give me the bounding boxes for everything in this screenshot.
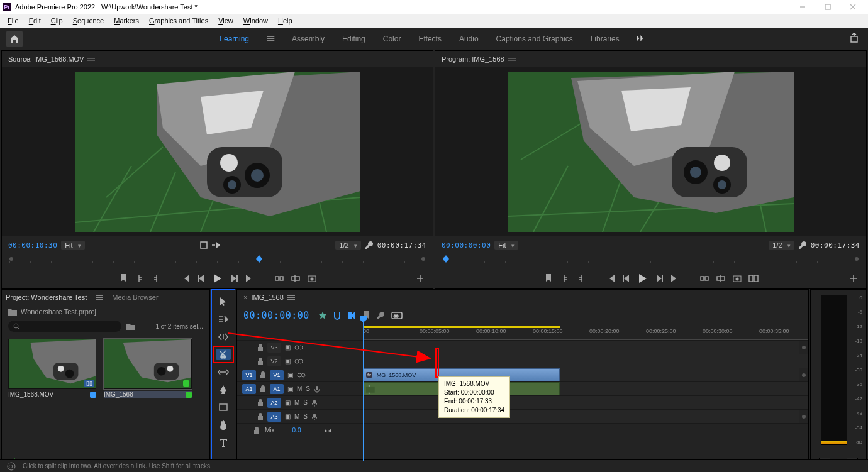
workspace-editing[interactable]: Editing <box>342 35 365 43</box>
toggle-output-icon[interactable]: ▣ <box>285 344 291 351</box>
workspace-learning-menu-icon[interactable] <box>267 36 274 41</box>
ripple-edit-tool[interactable] <box>216 331 231 343</box>
scrubber-handle-right[interactable] <box>421 257 425 261</box>
go-to-out-icon[interactable] <box>245 273 255 283</box>
toggle-output-icon[interactable]: ▣ <box>285 399 291 406</box>
nest-toggle-icon[interactable] <box>318 311 327 320</box>
lock-icon[interactable] <box>260 385 266 393</box>
track-label[interactable]: V3 <box>267 343 281 353</box>
program-playhead[interactable] <box>443 252 449 259</box>
toggle-output-icon[interactable]: ▣ <box>285 358 291 365</box>
project-item-clip[interactable]: ▯▯ IMG_1568.MOV <box>8 339 96 449</box>
play-button[interactable] <box>638 273 648 283</box>
toggle-output-icon[interactable]: ▣ <box>287 385 293 392</box>
menu-window[interactable]: Window <box>238 16 273 26</box>
solo-button[interactable]: S <box>303 399 308 406</box>
project-item-sequence[interactable]: IMG_1568 <box>104 339 192 449</box>
menu-markers[interactable]: Markers <box>109 16 144 26</box>
quick-export-icon[interactable] <box>850 33 862 45</box>
new-bin-icon[interactable] <box>126 322 135 330</box>
source-zoom-select[interactable]: Fit <box>61 241 84 250</box>
source-playhead[interactable] <box>256 252 262 259</box>
snap-icon[interactable] <box>333 311 341 320</box>
out-point-icon[interactable] <box>576 273 586 283</box>
step-forward-icon[interactable] <box>229 273 239 283</box>
scrubber-handle-right[interactable] <box>855 257 859 261</box>
track-label[interactable]: A2 <box>267 398 281 408</box>
workspace-color[interactable]: Color <box>383 35 401 43</box>
overwrite-icon[interactable] <box>291 273 301 283</box>
cc-sync-icon[interactable] <box>6 462 16 471</box>
button-editor-icon[interactable] <box>849 273 859 283</box>
step-forward-icon[interactable] <box>654 273 664 283</box>
menu-edit[interactable]: Edit <box>24 16 46 26</box>
lift-icon[interactable] <box>699 273 709 283</box>
lock-icon[interactable] <box>257 358 264 365</box>
lock-icon[interactable] <box>257 344 264 351</box>
track-label[interactable]: V1 <box>270 370 284 380</box>
panel-menu-icon[interactable] <box>508 57 516 61</box>
source-scrubber[interactable] <box>2 255 433 268</box>
timeline-timecode[interactable]: 00:00:00:00 <box>243 310 309 321</box>
button-editor-icon[interactable] <box>415 273 425 283</box>
workspace-learning[interactable]: Learning <box>220 35 249 43</box>
go-to-in-icon[interactable] <box>605 273 615 283</box>
voice-over-icon[interactable] <box>311 399 318 407</box>
voice-over-icon[interactable] <box>314 385 320 393</box>
razor-tool[interactable] <box>216 349 231 360</box>
solo-button[interactable]: S <box>306 385 310 392</box>
program-video-frame[interactable] <box>508 72 794 232</box>
export-frame-icon[interactable] <box>732 273 742 283</box>
project-search-input[interactable] <box>8 321 121 332</box>
mute-button[interactable]: M <box>297 385 302 392</box>
program-zoom-select[interactable]: Fit <box>494 241 518 250</box>
source-patch-a1[interactable]: A1 <box>242 384 256 394</box>
linked-selection-icon[interactable] <box>347 312 356 319</box>
source-in-timecode[interactable]: 00:00:10:30 <box>8 241 57 250</box>
menu-graphics[interactable]: Graphics and Titles <box>144 16 213 26</box>
comparison-view-icon[interactable] <box>748 273 759 283</box>
toggle-sync-lock-icon[interactable] <box>294 344 303 351</box>
work-area-bar[interactable] <box>363 326 560 328</box>
step-back-icon[interactable] <box>621 273 632 283</box>
workspace-audio[interactable]: Audio <box>459 35 479 43</box>
workspace-libraries[interactable]: Libraries <box>591 35 620 43</box>
out-point-icon[interactable] <box>151 273 161 283</box>
program-in-timecode[interactable]: 00:00:00:00 <box>442 241 491 250</box>
menu-file[interactable]: File <box>3 16 24 26</box>
track-label[interactable]: A3 <box>267 412 281 422</box>
in-point-icon[interactable] <box>560 273 570 283</box>
timeline-playhead[interactable] <box>363 316 364 461</box>
hand-tool[interactable] <box>216 419 231 431</box>
play-button[interactable] <box>213 273 223 283</box>
track-label[interactable]: A1 <box>270 384 284 394</box>
in-point-icon[interactable] <box>135 273 145 283</box>
track-target-dot[interactable] <box>802 373 806 377</box>
window-minimize-button[interactable] <box>790 0 815 14</box>
toggle-sync-lock-icon[interactable] <box>297 372 306 378</box>
toggle-output-icon[interactable]: ▣ <box>285 413 291 420</box>
go-to-in-icon[interactable] <box>180 273 190 283</box>
caption-track-icon[interactable]: cc <box>391 312 403 319</box>
extract-icon[interactable] <box>716 273 726 283</box>
mix-value[interactable]: 0.0 <box>292 427 301 434</box>
wrench-icon[interactable] <box>798 241 807 250</box>
project-tab[interactable]: Project: Wondershare Test <box>6 294 87 301</box>
source-patch-v1[interactable]: V1 <box>242 370 256 380</box>
panel-menu-icon[interactable] <box>87 57 95 61</box>
go-to-out-icon[interactable] <box>670 273 681 283</box>
insert-icon[interactable] <box>274 273 284 283</box>
menu-help[interactable]: Help <box>273 16 298 26</box>
window-maximize-button[interactable] <box>815 0 840 14</box>
workspace-overflow-icon[interactable] <box>637 35 648 43</box>
workspace-captions[interactable]: Captions and Graphics <box>496 35 573 43</box>
marker-icon[interactable] <box>118 273 128 283</box>
sequence-tab[interactable]: IMG_1568 <box>251 294 283 301</box>
track-label[interactable]: V2 <box>267 356 281 366</box>
toggle-output-icon[interactable]: ▣ <box>287 371 293 378</box>
source-quality-select[interactable]: 1/2 <box>335 241 360 250</box>
marker-icon[interactable] <box>543 273 554 283</box>
mix-expand-icon[interactable]: ▸◂ <box>325 427 331 434</box>
panel-menu-icon[interactable] <box>96 295 103 300</box>
lock-icon[interactable] <box>260 371 266 379</box>
